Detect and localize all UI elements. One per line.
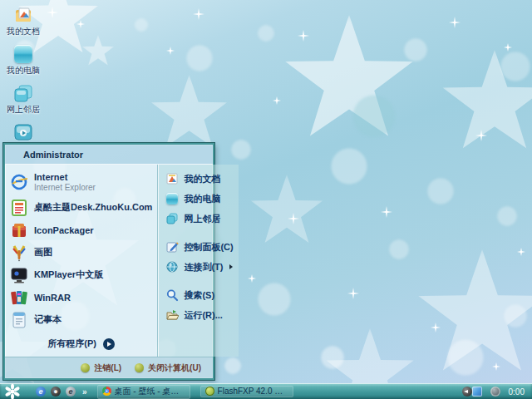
paint-icon [10,244,28,262]
menu-item-my-computer[interactable]: 我的电脑 [158,189,239,209]
taskbar-clock[interactable]: 0:00 [509,387,525,397]
sparkle-decoration [492,362,500,371]
control-panel-icon [165,240,179,254]
quick-launch-bar: e ● e » [36,387,87,397]
winrar-icon [10,288,28,307]
start-menu-body: Internet Internet Explorer 桌酷主题Desk.Zhuo… [5,165,213,357]
menu-item-connect-to[interactable]: 连接到(T) [158,257,239,277]
turn-off-computer-button[interactable]: 关闭计算机(U) [135,362,201,374]
system-places-column: 我的文档 我的电脑 网上邻居 [157,165,239,357]
sparkle-decoration [449,17,461,28]
sparkle-decoration [76,20,85,28]
menu-item-network-places[interactable]: 网上邻居 [158,209,239,229]
desktop: 我的文档 我的电脑 网上邻居 Administrator [0,0,532,399]
chrome-icon [102,387,111,396]
sparkle-decoration [517,248,525,256]
menu-group-gap [158,229,239,237]
search-icon [165,288,179,303]
quick-launch-ie-icon[interactable]: e [36,387,46,397]
menu-item-run[interactable]: 运行(R)... [158,305,239,325]
user-name: Administrator [23,150,83,160]
pinned-programs-column: Internet Internet Explorer 桌酷主题Desk.Zhuo… [5,165,157,357]
sparkle-decoration [431,323,441,332]
tray-status-icon[interactable] [490,387,500,397]
menu-item-my-documents[interactable]: 我的文档 [158,169,239,189]
tray-network-icon[interactable] [462,387,472,397]
log-off-icon [81,363,90,372]
sparkle-decoration [288,213,299,224]
desktop-icon-my-documents[interactable]: 我的文档 [2,5,45,37]
run-icon [165,308,179,323]
notepad-icon [10,311,28,329]
my-documents-icon [13,5,33,25]
menu-item-kmplayer[interactable]: KMPlayer中文版 [5,264,157,286]
arrow-right-icon [103,338,115,350]
all-programs-button[interactable]: 所有程序(P) [5,333,157,356]
sparkle-decoration [193,8,204,20]
menu-item-notepad[interactable]: 记事本 [5,308,157,331]
desktop-icon-label: 我的电脑 [7,65,40,76]
start-menu-footer: 注销(L) 关闭计算机(U) [5,357,213,378]
connect-to-icon [165,260,179,274]
sparkle-decoration [273,96,281,105]
menu-item-iconpackager[interactable]: IconPackager [5,219,157,241]
desktop-icon-network-places[interactable]: 网上邻居 [2,83,45,116]
my-computer-icon [13,44,33,64]
quick-launch-overflow-chevron[interactable]: » [82,387,87,397]
media-player-icon [13,122,33,142]
desktop-icon-my-computer[interactable]: 我的电脑 [2,44,45,76]
network-places-icon [13,83,33,103]
zhuoku-theme-icon [10,199,28,217]
snowflake-start-icon [4,383,21,399]
desktop-icon-label: 网上邻居 [7,104,40,116]
desktop-icon-label: 我的文档 [7,26,40,37]
internet-explorer-icon [10,173,28,191]
iconpackager-icon [10,221,28,239]
sparkle-decoration [166,47,175,55]
start-menu: Administrator Internet Internet Explorer [3,143,214,380]
my-documents-icon [165,172,179,186]
menu-item-text: Internet Internet Explorer [34,172,96,192]
sparkle-decoration [381,206,392,218]
network-places-icon [165,212,179,226]
menu-item-control-panel[interactable]: 控制面板(C) [158,237,239,257]
sparkle-decoration [347,288,359,299]
submenu-arrow-icon [229,264,233,269]
turn-off-icon [135,363,144,372]
quick-launch-browser-icon[interactable]: e [66,387,76,397]
flashfxp-icon [205,387,214,396]
task-button-flashfxp[interactable]: FlashFXP 42.0 KB/s ... [200,386,293,397]
sparkle-decoration [298,30,309,42]
sparkle-decoration [475,130,487,141]
sparkle-decoration [504,43,512,52]
sparkle-decoration [47,7,58,18]
start-button[interactable] [4,384,24,399]
tray-update-icon[interactable] [472,387,482,397]
menu-item-zhuoku-theme[interactable]: 桌酷主题Desk.ZhuoKu.Com [5,196,157,219]
quick-launch-player-icon[interactable]: ● [51,387,61,397]
menu-item-search[interactable]: 搜索(S) [158,285,239,305]
menu-item-internet[interactable]: Internet Internet Explorer [5,168,157,196]
system-tray [462,387,500,397]
menu-group-gap [158,277,239,285]
log-off-button[interactable]: 注销(L) [81,362,121,374]
taskbar: e ● e » 桌面 - 壁纸 - 桌酷壁... FlashFXP 42.0 K… [0,383,532,399]
task-button-wallpaper-browser[interactable]: 桌面 - 壁纸 - 桌酷壁... [97,385,190,399]
menu-item-paint[interactable]: 画图 [5,241,157,264]
my-computer-icon [165,192,179,206]
menu-item-winrar[interactable]: WinRAR [5,286,157,308]
desktop-icon-list: 我的文档 我的电脑 网上邻居 [2,5,45,155]
kmplayer-icon [10,266,28,284]
start-menu-header: Administrator [5,145,213,165]
sparkle-decoration [248,274,256,283]
